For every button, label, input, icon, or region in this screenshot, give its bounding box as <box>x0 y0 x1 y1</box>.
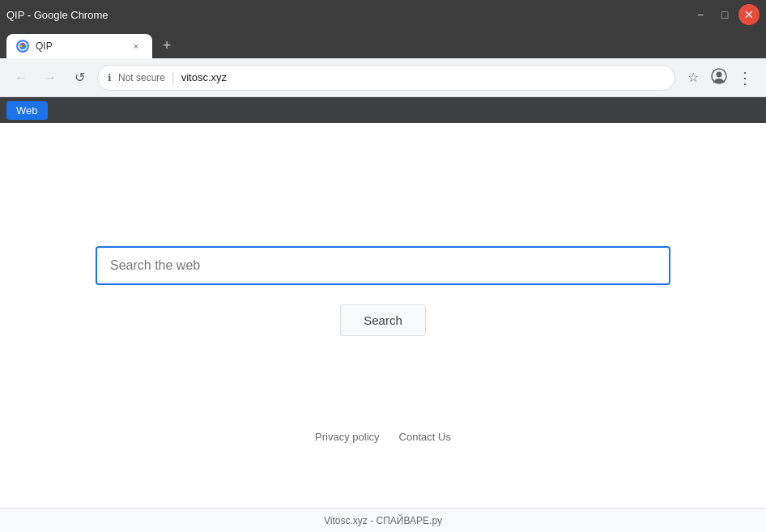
bookmark-icon: ☆ <box>687 70 699 85</box>
search-button[interactable]: Search <box>340 304 426 336</box>
main-content: Search Privacy policy Contact Us <box>0 123 766 508</box>
close-button[interactable]: ✕ <box>738 4 760 25</box>
url-text: vitosc.xyz <box>181 71 665 83</box>
forward-button[interactable]: → <box>39 66 62 89</box>
url-separator: | <box>172 71 175 84</box>
privacy-policy-link[interactable]: Privacy policy <box>315 431 379 443</box>
bottom-bar: Vitosc.xyz - СПАЙВАРЕ.ру <box>0 508 766 532</box>
svg-point-3 <box>717 71 722 77</box>
account-button[interactable] <box>708 66 730 89</box>
security-label: Not secure <box>118 72 165 83</box>
menu-button[interactable]: ⋮ <box>734 66 756 89</box>
menu-icon: ⋮ <box>737 68 753 87</box>
search-input[interactable] <box>96 246 670 285</box>
footer-links: Privacy policy Contact Us <box>315 431 451 443</box>
tab-label: QIP <box>36 40 123 52</box>
address-bar-actions: ☆ ⋮ <box>682 66 756 89</box>
tab-favicon <box>16 40 29 53</box>
url-bar[interactable]: ℹ Not secure | vitosc.xyz <box>97 65 675 91</box>
web-nav-item[interactable]: Web <box>6 101 48 120</box>
back-button[interactable]: ← <box>10 66 32 89</box>
address-bar: ← → ↺ ℹ Not secure | vitosc.xyz ☆ <box>0 58 766 97</box>
reload-icon: ↺ <box>74 70 85 85</box>
tab-close-button[interactable]: × <box>130 40 143 53</box>
search-container: Search <box>0 246 766 336</box>
title-bar: QIP - Google Chrome − □ ✕ <box>0 0 766 29</box>
back-icon: ← <box>15 70 28 85</box>
security-icon: ℹ <box>108 72 112 83</box>
account-icon <box>711 68 727 87</box>
bottom-bar-text: Vitosc.xyz - СПАЙВАРЕ.ру <box>324 515 442 526</box>
bookmark-button[interactable]: ☆ <box>682 66 704 89</box>
window-controls: − □ ✕ <box>690 4 760 25</box>
tab-bar: QIP × + <box>0 29 766 58</box>
window-title: QIP - Google Chrome <box>6 9 108 21</box>
web-nav-bar: Web <box>0 97 766 123</box>
contact-us-link[interactable]: Contact Us <box>399 431 451 443</box>
tab-qip[interactable]: QIP × <box>6 34 152 58</box>
maximize-button[interactable]: □ <box>714 4 735 25</box>
new-tab-button[interactable]: + <box>155 34 178 57</box>
forward-icon: → <box>44 70 57 85</box>
reload-button[interactable]: ↺ <box>68 66 91 89</box>
minimize-button[interactable]: − <box>690 4 711 25</box>
